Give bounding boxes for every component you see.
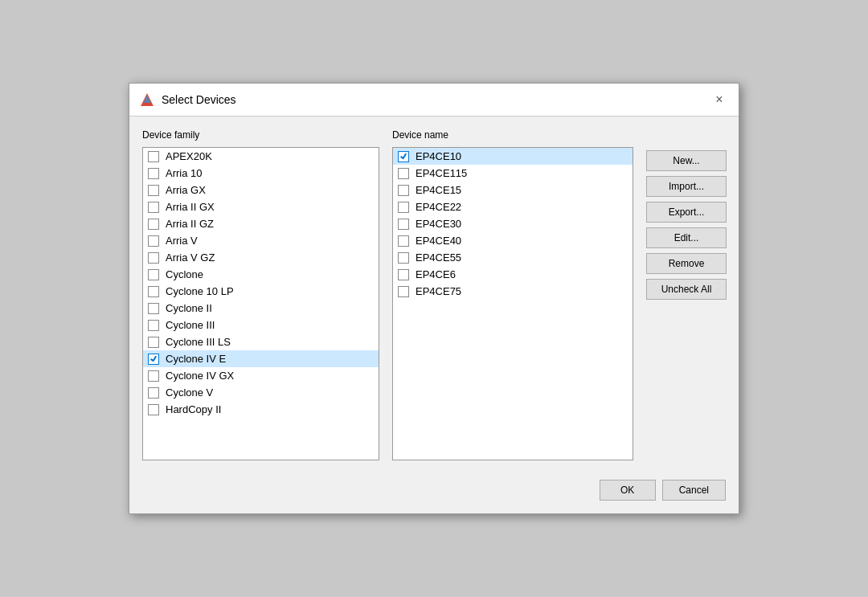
list-item[interactable]: EP4CE22 (393, 198, 633, 215)
dialog-body: Device family APEX20KArria 10Arria GXArr… (129, 117, 739, 473)
import-button[interactable]: Import... (646, 176, 727, 197)
list-item[interactable]: Arria II GZ (143, 215, 379, 232)
list-item[interactable]: Arria V GZ (143, 249, 379, 266)
device-name-label: Device name (392, 129, 633, 141)
item-label: Arria 10 (166, 167, 203, 179)
list-item[interactable]: Cyclone IV E (143, 350, 379, 367)
item-label: Arria GX (166, 184, 206, 196)
list-item[interactable]: Cyclone IV GX (143, 367, 379, 384)
item-label: Cyclone V (166, 386, 213, 399)
list-item[interactable]: Arria V (143, 232, 379, 249)
item-label: Cyclone (166, 268, 203, 280)
list-item[interactable]: EP4CE115 (393, 165, 633, 182)
item-label: EP4CE6 (416, 268, 456, 280)
checkbox (148, 286, 159, 297)
item-label: EP4CE15 (416, 184, 461, 196)
checkbox (398, 219, 409, 230)
list-item[interactable]: EP4CE55 (393, 249, 633, 266)
list-item[interactable]: Cyclone II (143, 300, 379, 317)
checkbox (148, 252, 159, 264)
item-label: EP4CE40 (416, 235, 461, 247)
list-item[interactable]: EP4CE30 (393, 215, 633, 232)
checkbox (148, 202, 159, 213)
item-label: Cyclone IV E (166, 353, 226, 365)
list-item[interactable]: Arria 10 (143, 165, 379, 182)
item-label: Cyclone IV GX (166, 370, 234, 382)
item-label: Cyclone III LS (166, 336, 231, 348)
title-bar-left: Select Devices (139, 92, 236, 108)
checkbox (398, 269, 409, 280)
item-label: Arria II GX (166, 201, 215, 213)
item-label: Arria V GZ (166, 251, 215, 264)
checkbox (148, 320, 159, 331)
item-label: EP4CE55 (416, 251, 461, 264)
item-label: EP4CE30 (416, 218, 461, 230)
device-family-label: Device family (142, 129, 379, 141)
item-label: EP4CE22 (416, 201, 461, 213)
checkbox (398, 235, 409, 247)
item-label: EP4CE115 (416, 167, 467, 179)
title-bar: Select Devices × (129, 84, 739, 117)
checkbox (398, 185, 409, 196)
checkbox (148, 387, 159, 399)
uncheck-all-button[interactable]: Uncheck All (646, 279, 727, 300)
item-label: Arria V (166, 235, 198, 247)
item-label: EP4CE10 (416, 150, 461, 162)
checkbox (148, 185, 159, 196)
cancel-button[interactable]: Cancel (662, 480, 726, 501)
item-label: Cyclone II (166, 302, 212, 314)
item-label: Cyclone 10 LP (166, 285, 234, 297)
remove-button[interactable]: Remove (646, 253, 727, 274)
checkbox (148, 151, 159, 162)
ok-button[interactable]: OK (600, 480, 656, 501)
item-label: Cyclone III (166, 319, 215, 331)
list-item[interactable]: Cyclone (143, 266, 379, 283)
list-item[interactable]: Arria II GX (143, 198, 379, 215)
checkbox (148, 219, 159, 230)
app-icon (139, 92, 155, 108)
device-family-list[interactable]: APEX20KArria 10Arria GXArria II GXArria … (142, 147, 379, 460)
device-family-column: Device family APEX20KArria 10Arria GXArr… (142, 129, 379, 460)
list-item[interactable]: EP4CE6 (393, 266, 633, 283)
list-item[interactable]: Cyclone 10 LP (143, 283, 379, 300)
checkbox (148, 303, 159, 314)
checkbox (148, 404, 159, 415)
columns: Device family APEX20KArria 10Arria GXArr… (142, 129, 726, 460)
checkbox (148, 168, 159, 179)
list-item[interactable]: EP4CE15 (393, 182, 633, 198)
list-item[interactable]: HardCopy II (143, 401, 379, 418)
dialog-footer: OK Cancel (129, 473, 739, 513)
checkbox (148, 235, 159, 247)
list-item[interactable]: Cyclone III LS (143, 333, 379, 350)
list-item[interactable]: EP4CE40 (393, 232, 633, 249)
list-item[interactable]: Cyclone III (143, 317, 379, 333)
checkbox (148, 370, 159, 382)
item-label: EP4CE75 (416, 285, 461, 297)
list-item[interactable]: EP4CE75 (393, 283, 633, 300)
list-item[interactable]: Arria GX (143, 182, 379, 198)
checkbox (148, 337, 159, 348)
list-item[interactable]: Cyclone V (143, 384, 379, 401)
item-label: HardCopy II (166, 403, 221, 415)
checkbox (398, 168, 409, 179)
device-name-column: Device name EP4CE10EP4CE115EP4CE15EP4CE2… (392, 129, 633, 460)
list-item[interactable]: APEX20K (143, 148, 379, 165)
edit-button[interactable]: Edit... (646, 227, 727, 248)
select-devices-dialog: Select Devices × Device family APEX20KAr… (129, 83, 739, 514)
export-button[interactable]: Export... (646, 202, 727, 223)
device-name-list[interactable]: EP4CE10EP4CE115EP4CE15EP4CE22EP4CE30EP4C… (392, 147, 633, 460)
item-label: Arria II GZ (166, 218, 214, 230)
dialog-title: Select Devices (162, 93, 236, 106)
checkbox (148, 354, 159, 365)
action-buttons-column: New... Import... Export... Edit... Remov… (646, 129, 727, 460)
checkbox (148, 269, 159, 280)
item-label: APEX20K (166, 150, 212, 162)
new-button[interactable]: New... (646, 150, 727, 171)
checkbox (398, 151, 409, 162)
list-item[interactable]: EP4CE10 (393, 148, 633, 165)
checkbox (398, 202, 409, 213)
close-button[interactable]: × (710, 90, 729, 109)
checkbox (398, 252, 409, 264)
checkbox (398, 286, 409, 297)
